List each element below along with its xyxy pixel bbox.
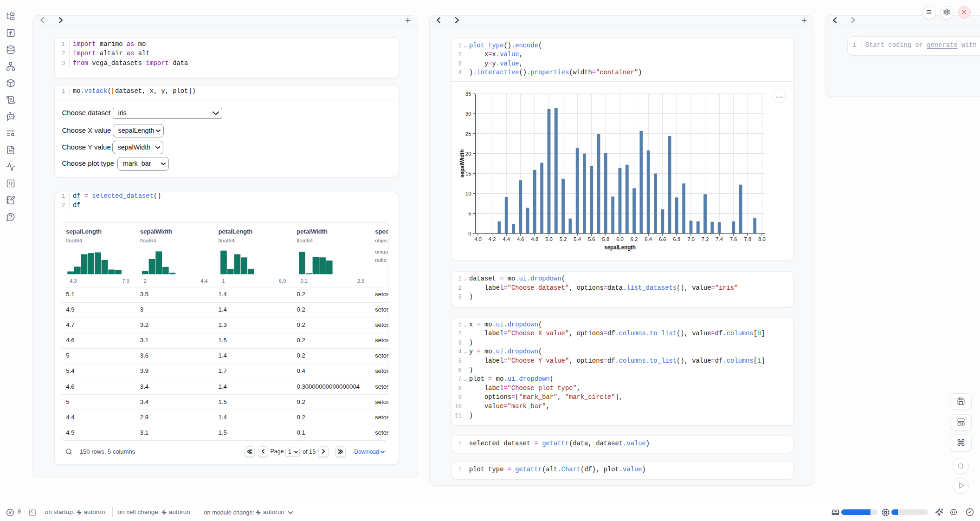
svg-text:5.0: 5.0 <box>545 236 553 242</box>
svg-text:6.8: 6.8 <box>673 236 681 242</box>
svg-text:sepalLength: sepalLength <box>604 244 635 251</box>
svg-text:5.8: 5.8 <box>602 236 610 242</box>
svg-text:15: 15 <box>465 171 471 176</box>
svg-text:5.4: 5.4 <box>574 236 581 242</box>
svg-text:7.8: 7.8 <box>744 236 752 242</box>
svg-text:6.4: 6.4 <box>645 236 652 242</box>
svg-text:7.6: 7.6 <box>730 236 737 242</box>
svg-text:4.4: 4.4 <box>503 236 510 242</box>
svg-text:8.0: 8.0 <box>758 236 766 242</box>
svg-text:30: 30 <box>465 111 471 117</box>
svg-text:sepalWidth: sepalWidth <box>459 150 466 178</box>
svg-text:25: 25 <box>465 131 471 137</box>
svg-text:6.2: 6.2 <box>631 236 638 242</box>
svg-text:4.2: 4.2 <box>489 236 496 242</box>
svg-text:4.8: 4.8 <box>531 236 539 242</box>
svg-text:5.6: 5.6 <box>588 236 595 242</box>
svg-text:35: 35 <box>465 91 471 97</box>
svg-text:7.0: 7.0 <box>687 236 695 242</box>
svg-text:10: 10 <box>465 191 471 196</box>
svg-text:0: 0 <box>468 231 471 236</box>
svg-text:6.6: 6.6 <box>659 236 666 242</box>
svg-text:4.6: 4.6 <box>517 236 524 242</box>
svg-text:5.2: 5.2 <box>560 236 567 242</box>
svg-text:7.2: 7.2 <box>702 236 709 242</box>
svg-text:7.4: 7.4 <box>716 236 723 242</box>
svg-text:5: 5 <box>468 211 471 216</box>
svg-text:20: 20 <box>465 151 471 156</box>
svg-text:4.0: 4.0 <box>474 236 482 242</box>
svg-text:6.0: 6.0 <box>616 236 624 242</box>
